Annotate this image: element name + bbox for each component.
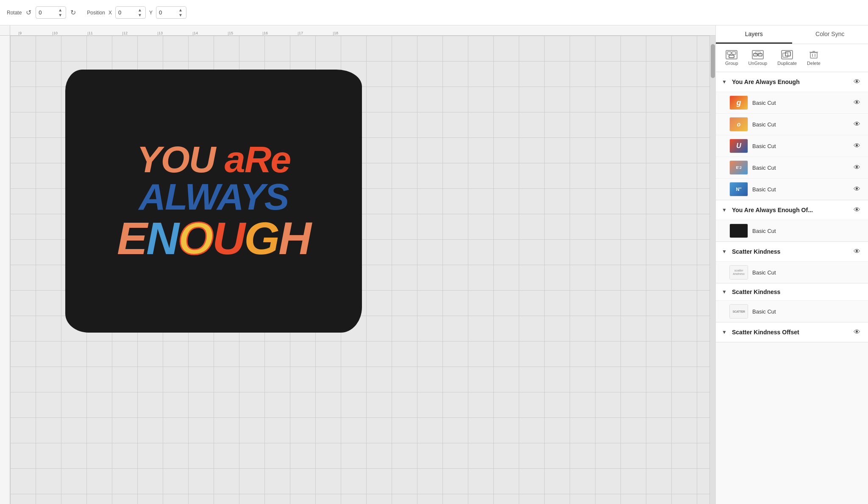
visibility-toggle-3[interactable]: 👁 [852, 247, 862, 256]
toolbar: Rotate ↺ ▲ ▼ ↻ Position X ▲ ▼ Y ▲ ▼ [0, 0, 868, 25]
letter-e: E [117, 213, 146, 264]
tick-18: 18 [333, 31, 338, 35]
layers-list: ▼ You Are Always Enough 👁 g Basic Cut 👁 [716, 72, 868, 504]
svg-rect-5 [755, 52, 760, 54]
group-5-title: Scatter Kindness Offset [732, 329, 849, 336]
layer-group-1: ▼ You Are Always Enough 👁 g Basic Cut 👁 [716, 72, 868, 200]
ruler-row: 9 10 11 12 13 14 15 16 17 18 [0, 25, 715, 36]
chevron-down-icon-2: ▼ [722, 207, 729, 213]
group-4-title: Scatter Kindness [732, 288, 862, 295]
chevron-down-icon-4: ▼ [722, 289, 729, 295]
tab-layers[interactable]: Layers [716, 25, 792, 44]
delete-label: Delete [807, 61, 821, 66]
group-1-title: You Are Always Enough [732, 78, 849, 85]
layer-group-5-header[interactable]: ▼ Scatter Kindness Offset 👁 [716, 322, 868, 342]
layer-group-4-header[interactable]: ▼ Scatter Kindness [716, 283, 868, 300]
layer-group-5: ▼ Scatter Kindness Offset 👁 [716, 322, 868, 342]
panel-toolbar: Group UnGroup [716, 44, 868, 72]
word-are: aRe [225, 138, 290, 180]
layer-group-2: ▼ You Are Always Enough Of... 👁 Basic Cu… [716, 200, 868, 242]
layer-item-4-1[interactable]: SCATTER Basic Cut [716, 300, 868, 322]
sticker-line2: ENOUGH [117, 216, 310, 261]
group-button[interactable]: Group [721, 48, 743, 68]
layer-eye-1-1[interactable]: 👁 [852, 98, 862, 107]
tick-13: 13 [158, 31, 163, 35]
visibility-toggle-1[interactable]: 👁 [852, 77, 862, 87]
canvas-row: YOU aRe ALWAYS ENOUGH [0, 36, 715, 504]
chevron-down-icon: ▼ [722, 79, 729, 85]
layer-name-1-3: Basic Cut [752, 143, 848, 149]
layer-eye-1-4[interactable]: 👁 [852, 163, 862, 172]
layer-item-1-2[interactable]: o Basic Cut 👁 [716, 113, 868, 135]
letter-h: H [278, 213, 310, 264]
letter-u: U [212, 213, 244, 264]
layer-eye-1-3[interactable]: 👁 [852, 141, 862, 151]
layer-eye-4-1[interactable] [859, 311, 862, 312]
canvas-grid[interactable]: YOU aRe ALWAYS ENOUGH [10, 36, 715, 504]
layer-thumb-2-1 [729, 224, 748, 238]
layer-name-2-1: Basic Cut [752, 228, 854, 234]
y-input[interactable] [159, 9, 176, 16]
delete-icon [808, 50, 820, 59]
tick-15: 15 [228, 31, 233, 35]
ruler-h-inner: 9 10 11 12 13 14 15 16 17 18 [10, 25, 715, 35]
scrollbar[interactable] [709, 36, 715, 504]
layer-thumb-3-1: scatterkindness [729, 265, 748, 280]
word-always: ALWAYS [139, 176, 288, 218]
layer-name-1-5: Basic Cut [752, 186, 848, 193]
duplicate-icon [781, 50, 793, 59]
layer-group-1-header[interactable]: ▼ You Are Always Enough 👁 [716, 72, 868, 92]
rotate-arrows[interactable]: ▲ ▼ [57, 8, 63, 17]
layer-item-2-1[interactable]: Basic Cut [716, 220, 868, 241]
sticker-container[interactable]: YOU aRe ALWAYS ENOUGH [65, 70, 362, 333]
y-arrows[interactable]: ▲ ▼ [178, 8, 184, 17]
x-input[interactable] [118, 9, 135, 16]
y-input-wrap: ▲ ▼ [156, 6, 186, 19]
scroll-thumb[interactable] [711, 44, 715, 78]
layer-eye-1-2[interactable]: 👁 [852, 120, 862, 129]
layer-item-1-3[interactable]: U Basic Cut 👁 [716, 135, 868, 157]
layer-eye-3-1[interactable] [859, 272, 862, 273]
right-panel: Layers Color Sync Group [715, 25, 868, 504]
tick-11: 11 [88, 31, 93, 35]
duplicate-label: Duplicate [777, 61, 797, 66]
layer-group-2-header[interactable]: ▼ You Are Always Enough Of... 👁 [716, 200, 868, 220]
sticker-line1: YOU aRe ALWAYS [78, 141, 349, 216]
layer-name-1-2: Basic Cut [752, 121, 848, 128]
layer-item-3-1[interactable]: scatterkindness Basic Cut [716, 261, 868, 283]
ruler-horizontal: 9 10 11 12 13 14 15 16 17 18 [10, 25, 715, 36]
layer-group-3-header[interactable]: ▼ Scatter Kindness 👁 [716, 242, 868, 261]
layer-thumb-4-1: SCATTER [729, 304, 748, 319]
duplicate-button[interactable]: Duplicate [773, 48, 801, 68]
layer-eye-1-5[interactable]: 👁 [852, 185, 862, 194]
layer-eye-2-1[interactable] [859, 230, 862, 232]
layer-item-1-4[interactable]: E'J Basic Cut 👁 [716, 157, 868, 178]
layer-item-1-5[interactable]: N'' Basic Cut 👁 [716, 178, 868, 200]
tick-12: 12 [122, 31, 128, 35]
layer-thumb-1-4: E'J [729, 160, 748, 175]
tick-14: 14 [193, 31, 198, 35]
delete-button[interactable]: Delete [803, 48, 825, 68]
ruler-vertical [0, 36, 10, 504]
chevron-down-icon-3: ▼ [722, 249, 729, 255]
rotate-cw-button[interactable]: ↻ [70, 8, 77, 17]
ungroup-icon [752, 50, 764, 59]
y-label: Y [149, 10, 153, 16]
layer-thumb-1-5: N'' [729, 182, 748, 196]
svg-rect-0 [727, 52, 731, 54]
rotate-ccw-button[interactable]: ↺ [25, 8, 32, 17]
panel-tabs: Layers Color Sync [716, 25, 868, 44]
layer-group-4: ▼ Scatter Kindness SCATTER Basic Cut [716, 283, 868, 322]
visibility-toggle-5[interactable]: 👁 [852, 328, 862, 337]
x-arrows[interactable]: ▲ ▼ [137, 8, 143, 17]
tab-color-sync[interactable]: Color Sync [792, 25, 868, 44]
sticker-text-area: YOU aRe ALWAYS ENOUGH [65, 70, 362, 333]
layer-item-1-1[interactable]: g Basic Cut 👁 [716, 92, 868, 113]
tick-17: 17 [298, 31, 303, 35]
canvas-area: 9 10 11 12 13 14 15 16 17 18 [0, 25, 715, 504]
ungroup-button[interactable]: UnGroup [744, 48, 772, 68]
svg-rect-8 [810, 53, 817, 58]
rotate-input[interactable] [39, 9, 56, 16]
visibility-toggle-2[interactable]: 👁 [852, 205, 862, 215]
group-3-title: Scatter Kindness [732, 248, 849, 255]
